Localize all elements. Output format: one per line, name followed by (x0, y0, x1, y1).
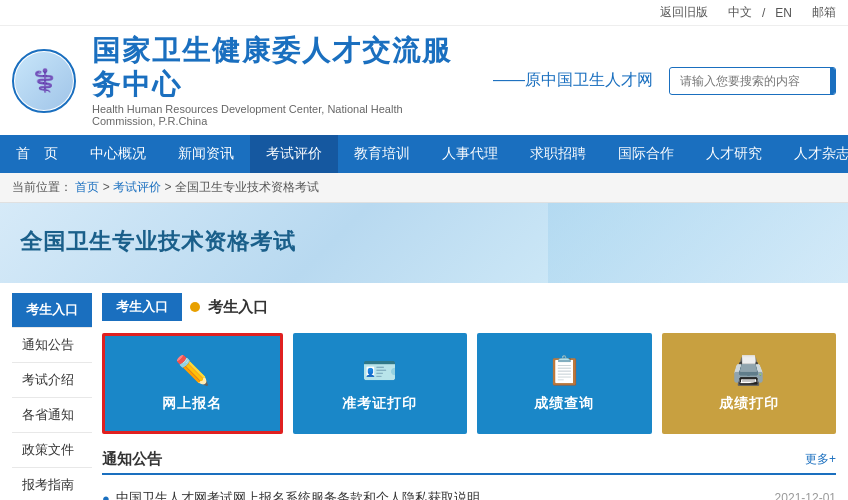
notice-more-link[interactable]: 更多+ (805, 451, 836, 468)
score-print-label: 成绩打印 (719, 395, 779, 413)
banner: 全国卫生专业技术资格考试 (0, 203, 848, 283)
notice-bullet: ● (102, 491, 110, 500)
lang-en-link[interactable]: EN (775, 6, 792, 20)
search-input[interactable] (670, 69, 830, 93)
old-version-link[interactable]: 返回旧版 (660, 4, 708, 21)
notice-item: ● 中国卫生人才网考试网上报名系统服务条款和个人隐私获取说明 2021-12-0… (102, 483, 836, 500)
notice-section-header: 通知公告 更多+ (102, 450, 836, 475)
content-area: 考生入口 考生入口 ✏️ 网上报名 🪪 准考证打印 📋 成绩查询 🖨️ 成绩打印 (92, 293, 836, 500)
logo-icon: ⚕️ (31, 68, 58, 94)
section-dot (190, 302, 200, 312)
nav-exam[interactable]: 考试评价 (250, 135, 338, 173)
search-button[interactable]: 🔍 (830, 68, 836, 94)
header-title-block: 国家卫生健康委人才交流服务中心 Health Human Resources D… (92, 34, 469, 127)
nav-overview[interactable]: 中心概况 (74, 135, 162, 173)
sidebar-item-policy[interactable]: 政策文件 (12, 433, 92, 468)
breadcrumb-current: 全国卫生专业技术资格考试 (175, 180, 319, 194)
header-search: 🔍 (669, 67, 836, 95)
notice-link-1[interactable]: 中国卫生人才网考试网上报名系统服务条款和个人隐私获取说明 (116, 489, 765, 500)
nav-jobs[interactable]: 求职招聘 (514, 135, 602, 173)
score-query-label: 成绩查询 (534, 395, 594, 413)
breadcrumb-sep1: > (103, 180, 113, 194)
admit-card-button[interactable]: 🪪 准考证打印 (293, 333, 468, 434)
breadcrumb: 当前位置： 首页 > 考试评价 > 全国卫生专业技术资格考试 (0, 173, 848, 203)
notice-section-title: 通知公告 (102, 450, 162, 469)
header-title-en: Health Human Resources Development Cente… (92, 103, 469, 127)
register-label: 网上报名 (162, 395, 222, 413)
score-print-icon: 🖨️ (731, 354, 766, 387)
sidebar-item-intro[interactable]: 考试介绍 (12, 363, 92, 398)
breadcrumb-prefix: 当前位置： (12, 180, 72, 194)
score-query-icon: 📋 (547, 354, 582, 387)
breadcrumb-home[interactable]: 首页 (75, 180, 99, 194)
main-content: 考生入口 通知公告 考试介绍 各省通知 政策文件 报考指南 考生入口 考生入口 … (0, 283, 848, 500)
nav-magazine[interactable]: 人才杂志 (778, 135, 848, 173)
nav-hr[interactable]: 人事代理 (426, 135, 514, 173)
register-icon: ✏️ (175, 354, 210, 387)
mail-link[interactable]: 邮箱 (812, 4, 836, 21)
main-nav: 首 页 中心概况 新闻资讯 考试评价 教育培训 人事代理 求职招聘 国际合作 人… (0, 135, 848, 173)
nav-research[interactable]: 人才研究 (690, 135, 778, 173)
header-title-cn: 国家卫生健康委人才交流服务中心 (92, 34, 469, 101)
header: ⚕️ 国家卫生健康委人才交流服务中心 Health Human Resource… (0, 26, 848, 135)
breadcrumb-sep2: > (164, 180, 174, 194)
logo-circle: ⚕️ (12, 49, 76, 113)
action-grid: ✏️ 网上报名 🪪 准考证打印 📋 成绩查询 🖨️ 成绩打印 (102, 333, 836, 434)
header-slogan: ——原中国卫生人才网 (493, 70, 653, 91)
top-bar: 返回旧版 中文 / EN 邮箱 (0, 0, 848, 26)
logo-inner: ⚕️ (15, 52, 73, 110)
admit-card-label: 准考证打印 (342, 395, 417, 413)
notice-list: ● 中国卫生人才网考试网上报名系统服务条款和个人隐私获取说明 2021-12-0… (102, 483, 836, 500)
nav-news[interactable]: 新闻资讯 (162, 135, 250, 173)
section-header: 考生入口 考生入口 (102, 293, 836, 321)
lang-slash: / (762, 6, 765, 20)
section-tab[interactable]: 考生入口 (102, 293, 182, 321)
nav-international[interactable]: 国际合作 (602, 135, 690, 173)
sidebar-tab-candidate[interactable]: 考生入口 (12, 293, 92, 328)
section-title: 考生入口 (208, 298, 268, 317)
sidebar: 考生入口 通知公告 考试介绍 各省通知 政策文件 报考指南 (12, 293, 92, 500)
notice-date-1: 2021-12-01 (775, 491, 836, 500)
sidebar-item-guide[interactable]: 报考指南 (12, 468, 92, 500)
nav-education[interactable]: 教育培训 (338, 135, 426, 173)
logo-area: ⚕️ (12, 49, 76, 113)
lang-cn-link[interactable]: 中文 (728, 4, 752, 21)
nav-home[interactable]: 首 页 (0, 135, 74, 173)
score-print-button[interactable]: 🖨️ 成绩打印 (662, 333, 837, 434)
sidebar-item-province[interactable]: 各省通知 (12, 398, 92, 433)
sidebar-item-notice[interactable]: 通知公告 (12, 328, 92, 363)
admit-card-icon: 🪪 (362, 354, 397, 387)
breadcrumb-exam[interactable]: 考试评价 (113, 180, 161, 194)
online-register-button[interactable]: ✏️ 网上报名 (102, 333, 283, 434)
score-query-button[interactable]: 📋 成绩查询 (477, 333, 652, 434)
banner-bg (548, 203, 848, 283)
